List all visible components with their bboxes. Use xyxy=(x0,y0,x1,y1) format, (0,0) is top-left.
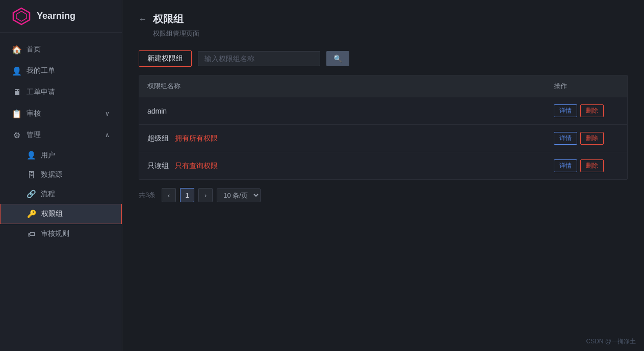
users-icon: 👤 xyxy=(27,151,36,160)
row-tag: 只有查询权限 xyxy=(175,161,218,170)
main-content: ← 权限组 权限组管理页面 新建权限组 🔍 权限组名称 操作 xyxy=(122,0,644,351)
page-size-select[interactable]: 10 条/页20 条/页50 条/页 xyxy=(217,188,261,202)
sidebar-label-users: 用户 xyxy=(41,151,55,160)
row-actions: 详情删除 xyxy=(546,125,627,152)
chevron-up-icon: ∧ xyxy=(105,131,110,139)
sidebar-label-auditrule: 审核规则 xyxy=(41,229,69,238)
prev-page-button[interactable]: ‹ xyxy=(162,188,176,202)
sidebar-item-home[interactable]: 🏠 首页 xyxy=(0,39,122,60)
app-title: Yearning xyxy=(37,11,75,21)
detail-button[interactable]: 详情 xyxy=(554,132,577,145)
delete-button[interactable]: 删除 xyxy=(580,159,604,172)
sidebar-label-manage: 管理 xyxy=(27,130,100,140)
content-area: 新建权限组 🔍 权限组名称 操作 admin详情删除超级组拥有所有权限详情删除只… xyxy=(122,42,644,351)
delete-button[interactable]: 删除 xyxy=(580,132,604,145)
row-actions: 详情删除 xyxy=(546,97,627,125)
sidebar-label-mywork: 我的工单 xyxy=(27,66,110,75)
current-page-button[interactable]: 1 xyxy=(180,188,194,202)
sidebar-item-workflow[interactable]: 🔗 流程 xyxy=(0,184,122,204)
row-name: admin xyxy=(139,97,546,125)
search-button[interactable]: 🔍 xyxy=(326,51,349,66)
search-icon: 🔍 xyxy=(333,55,342,63)
row-tag: 拥有所有权限 xyxy=(175,134,218,142)
delete-button[interactable]: 删除 xyxy=(580,104,604,117)
table-row: admin详情删除 xyxy=(139,97,627,125)
sidebar-nav: 🏠 首页 👤 我的工单 🖥 工单申请 📋 审核 ∨ ⚙ 管理 ∧ 👤 用户 xyxy=(0,33,122,351)
home-icon: 🏠 xyxy=(12,45,21,54)
sidebar-item-datasource[interactable]: 🗄 数据源 xyxy=(0,165,122,184)
toolbar: 新建权限组 🔍 xyxy=(139,50,628,67)
page-header: ← 权限组 权限组管理页面 xyxy=(122,0,644,42)
table-row: 只读组只有查询权限详情删除 xyxy=(139,152,627,180)
sidebar-item-mywork[interactable]: 👤 我的工单 xyxy=(0,60,122,82)
page-subtitle: 权限组管理页面 xyxy=(153,29,628,38)
logo-area: Yearning xyxy=(0,0,122,33)
gear-icon: ⚙ xyxy=(12,130,21,140)
total-count: 共3条 xyxy=(139,191,156,200)
review-icon: 📋 xyxy=(12,109,21,118)
table-row: 超级组拥有所有权限详情删除 xyxy=(139,125,627,152)
search-input[interactable] xyxy=(198,51,320,66)
title-row: ← 权限组 xyxy=(139,12,628,26)
sidebar-item-workorder[interactable]: 🖥 工单申请 xyxy=(0,82,122,103)
sidebar-item-auditrule[interactable]: 🏷 审核规则 xyxy=(0,224,122,244)
sidebar-item-review[interactable]: 📋 审核 ∨ xyxy=(0,103,122,124)
logo-icon xyxy=(12,7,31,25)
sidebar: Yearning 🏠 首页 👤 我的工单 🖥 工单申请 📋 审核 ∨ ⚙ 管理 … xyxy=(0,0,122,351)
page-title: 权限组 xyxy=(153,12,184,26)
svg-marker-1 xyxy=(16,11,27,21)
row-name: 只读组只有查询权限 xyxy=(139,152,546,180)
new-permgroup-button[interactable]: 新建权限组 xyxy=(139,50,192,67)
permission-table: 权限组名称 操作 admin详情删除超级组拥有所有权限详情删除只读组只有查询权限… xyxy=(139,75,627,179)
chevron-down-icon: ∨ xyxy=(105,110,110,117)
sidebar-label-datasource: 数据源 xyxy=(41,170,62,179)
row-actions: 详情删除 xyxy=(546,152,627,180)
detail-button[interactable]: 详情 xyxy=(554,104,577,117)
sidebar-label-workflow: 流程 xyxy=(41,190,55,199)
sidebar-label-permgroup: 权限组 xyxy=(41,209,63,219)
row-name: 超级组拥有所有权限 xyxy=(139,125,546,152)
table-header-row: 权限组名称 操作 xyxy=(139,75,627,97)
monitor-icon: 🖥 xyxy=(12,88,21,97)
col-action: 操作 xyxy=(546,75,627,97)
sidebar-label-home: 首页 xyxy=(27,45,110,54)
detail-button[interactable]: 详情 xyxy=(554,159,577,172)
back-button[interactable]: ← xyxy=(139,15,147,24)
sidebar-label-review: 审核 xyxy=(27,109,100,118)
database-icon: 🗄 xyxy=(27,170,36,179)
sidebar-label-workorder: 工单申请 xyxy=(27,88,110,97)
sidebar-item-users[interactable]: 👤 用户 xyxy=(0,146,122,165)
table-wrapper: 权限组名称 操作 admin详情删除超级组拥有所有权限详情删除只读组只有查询权限… xyxy=(139,75,628,180)
workflow-icon: 🔗 xyxy=(27,190,36,199)
tag-icon: 🏷 xyxy=(27,229,36,238)
pagination: 共3条 ‹ 1 › 10 条/页20 条/页50 条/页 xyxy=(139,180,628,202)
svg-marker-0 xyxy=(13,8,30,24)
sidebar-item-permgroup[interactable]: 🔑 权限组 xyxy=(0,204,122,224)
col-name: 权限组名称 xyxy=(139,75,546,97)
key-icon: 🔑 xyxy=(27,209,36,219)
next-page-button[interactable]: › xyxy=(198,188,213,202)
sidebar-item-manage[interactable]: ⚙ 管理 ∧ xyxy=(0,124,122,146)
user-icon: 👤 xyxy=(12,66,21,75)
watermark: CSDN @一掬净土 xyxy=(586,337,636,346)
